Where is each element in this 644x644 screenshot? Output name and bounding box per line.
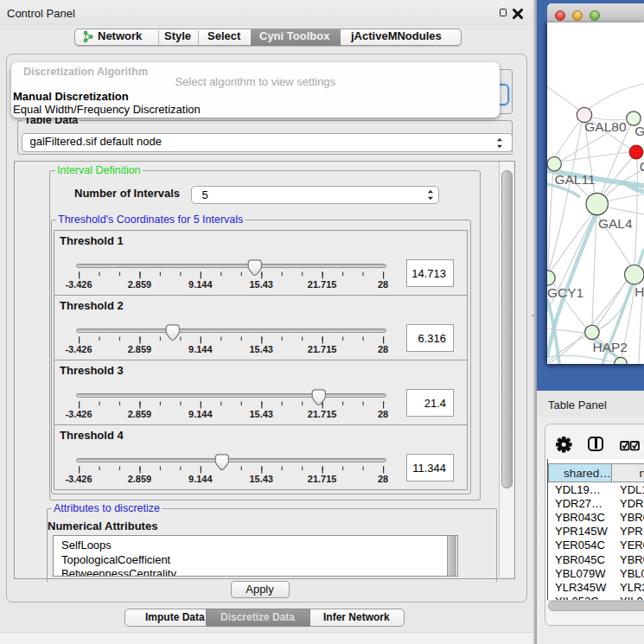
svg-text:GCY1: GCY1: [547, 285, 583, 300]
svg-text:GA: GA: [634, 124, 644, 138]
svg-text:HAP2: HAP2: [593, 340, 628, 354]
svg-text:GAL80: GAL80: [584, 119, 627, 134]
svg-text:GAL11: GAL11: [554, 172, 595, 187]
svg-text:H: H: [634, 284, 644, 299]
svg-text:GAL4: GAL4: [598, 216, 633, 231]
svg-text:C: C: [640, 159, 644, 174]
